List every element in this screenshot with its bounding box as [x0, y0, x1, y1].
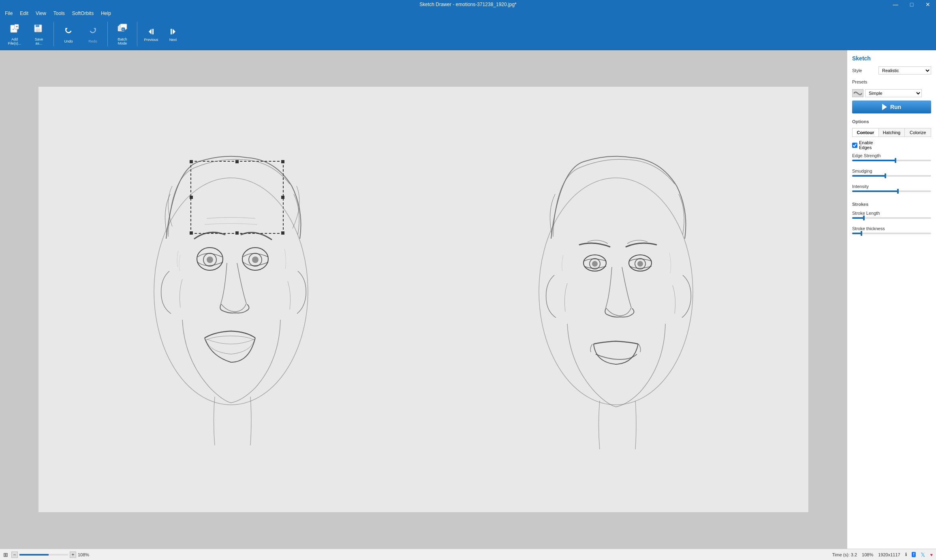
facebook-icon[interactable]: f: [912, 552, 916, 557]
toolbar-divider-2: [107, 22, 108, 46]
intensity-thumb: [897, 189, 899, 194]
options-header: Options: [852, 119, 931, 124]
zoom-control: − + 108%: [11, 551, 89, 558]
stroke-length-label: Stroke Length: [852, 211, 931, 216]
intensity-label: Intensity: [852, 184, 931, 189]
strokes-header: Strokes: [852, 202, 931, 207]
tab-colorize[interactable]: Colorize: [905, 128, 931, 137]
style-row: Style Realistic Cartoon Pencil: [852, 66, 931, 75]
smudging-fill: [852, 175, 885, 177]
stroke-thickness-thumb: [861, 231, 862, 236]
zoom-level: 108%: [78, 552, 89, 557]
run-button[interactable]: Run: [852, 100, 931, 113]
redo-button[interactable]: Redo: [81, 20, 104, 48]
presets-label: Presets: [852, 79, 867, 84]
smudging-section: Smudging: [852, 169, 931, 178]
batch-mode-button[interactable]: ≡ BatchMode: [111, 20, 134, 48]
toolbar-divider-3: [137, 22, 137, 46]
smudging-thumb: [885, 173, 886, 178]
status-left: ⊞ − + 108%: [3, 551, 89, 558]
svg-rect-20: [171, 29, 172, 34]
close-button[interactable]: ✕: [920, 0, 936, 9]
add-files-icon: + +: [9, 23, 20, 36]
svg-point-31: [592, 261, 598, 267]
menu-edit[interactable]: Edit: [17, 10, 32, 17]
edge-strength-section: Edge Strength: [852, 153, 931, 163]
svg-point-28: [539, 178, 693, 405]
add-files-button[interactable]: + + AddFile(s)...: [3, 20, 26, 48]
svg-point-24: [207, 256, 213, 263]
preset-row: Simple Detailed Complex: [852, 89, 931, 97]
options-tabs: Contour Hatching Colorize: [852, 128, 931, 137]
preset-icon: [852, 89, 863, 97]
svg-text:+: +: [12, 28, 14, 31]
maximize-button[interactable]: □: [904, 0, 920, 9]
save-icon: ...: [33, 23, 45, 36]
time-label: Time (s): 3.2: [832, 552, 857, 557]
intensity-fill: [852, 190, 898, 192]
menu-softorbits[interactable]: SoftOrbits: [69, 10, 97, 17]
twitter-icon[interactable]: 𝕏: [921, 551, 925, 558]
stroke-thickness-section: Stroke thickness: [852, 226, 931, 236]
run-label: Run: [890, 104, 901, 110]
intensity-track[interactable]: [852, 190, 931, 192]
edge-strength-track[interactable]: [852, 160, 931, 161]
enable-edges-label: Enable Edges: [859, 140, 873, 150]
batch-mode-icon: ≡: [117, 23, 128, 36]
intensity-section: Intensity: [852, 184, 931, 194]
undo-label: Undo: [64, 39, 73, 43]
next-button[interactable]: Next: [162, 20, 184, 48]
svg-text:+: +: [16, 25, 18, 29]
canvas-area[interactable]: [0, 50, 847, 549]
zoom-out-button[interactable]: −: [11, 551, 18, 558]
smudging-track[interactable]: [852, 175, 931, 177]
main-layout: Sketch Style Realistic Cartoon Pencil Pr…: [0, 50, 936, 549]
window-title: Sketch Drawer - emotions-371238_1920.jpg…: [419, 2, 516, 7]
stroke-length-track[interactable]: [852, 217, 931, 219]
previous-button[interactable]: Previous: [141, 20, 162, 48]
info-icon[interactable]: ℹ: [905, 552, 907, 557]
menu-bar: File Edit View Tools SoftOrbits Help: [0, 9, 936, 18]
svg-marker-17: [149, 29, 152, 34]
svg-point-34: [637, 261, 643, 267]
screen-mode-btn[interactable]: ⊞: [3, 551, 8, 558]
toolbar: + + AddFile(s)... ... Saveas... Un: [0, 18, 936, 50]
window-controls: — □ ✕: [887, 0, 936, 9]
tab-hatching[interactable]: Hatching: [879, 128, 905, 137]
style-label: Style: [852, 68, 862, 73]
zoom-in-button[interactable]: +: [70, 551, 76, 558]
right-panel: Sketch Style Realistic Cartoon Pencil Pr…: [847, 50, 936, 549]
undo-button[interactable]: Undo: [57, 20, 80, 48]
enable-edges-checkbox[interactable]: [852, 143, 857, 148]
right-face-sketch: [527, 137, 705, 470]
edge-strength-label: Edge Strength: [852, 153, 931, 158]
enable-edges-row: Enable Edges: [852, 140, 931, 150]
redo-icon: [87, 25, 98, 38]
style-select[interactable]: Realistic Cartoon Pencil: [878, 66, 931, 75]
menu-view[interactable]: View: [32, 10, 49, 17]
menu-tools[interactable]: Tools: [50, 10, 68, 17]
batch-mode-label: BatchMode: [118, 37, 127, 45]
run-icon: [882, 104, 887, 110]
minimize-button[interactable]: —: [887, 0, 904, 9]
redo-label: Redo: [88, 39, 97, 43]
presets-row: Presets: [852, 79, 931, 84]
stroke-thickness-label: Stroke thickness: [852, 226, 931, 231]
heart-icon[interactable]: ♥: [930, 552, 933, 557]
resolution-label: 1920x1117: [878, 552, 900, 557]
stroke-length-thumb: [863, 216, 865, 220]
panel-title: Sketch: [852, 55, 931, 62]
tab-contour[interactable]: Contour: [853, 128, 879, 137]
status-bar: ⊞ − + 108% Time (s): 3.2 108% 1920x1117 …: [0, 549, 936, 560]
next-label: Next: [169, 38, 177, 42]
stroke-length-fill: [852, 217, 864, 219]
zoom-slider[interactable]: [19, 554, 68, 556]
presets-select[interactable]: Simple Detailed Complex: [865, 89, 922, 97]
add-files-label: AddFile(s)...: [8, 37, 21, 45]
stroke-thickness-track[interactable]: [852, 233, 931, 234]
menu-file[interactable]: File: [2, 10, 16, 17]
svg-text:≡: ≡: [122, 28, 124, 31]
svg-point-21: [154, 178, 308, 405]
menu-help[interactable]: Help: [98, 10, 114, 17]
save-as-button[interactable]: ... Saveas...: [28, 20, 50, 48]
